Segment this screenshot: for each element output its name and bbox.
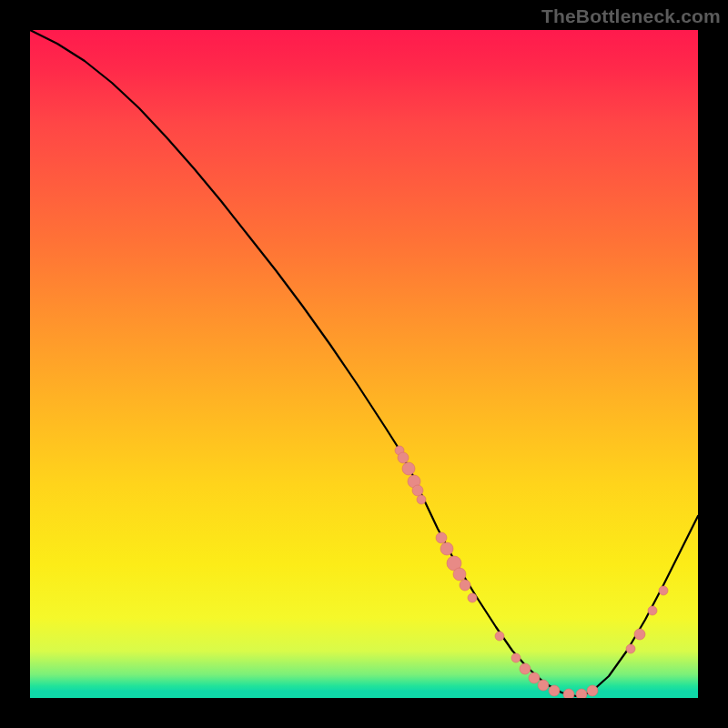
plot-area [30,30,698,698]
data-point [412,485,423,496]
data-point [659,586,668,595]
data-point [529,672,540,683]
chart-stage: TheBottleneck.com [0,0,728,728]
data-point [460,580,470,591]
data-point [520,663,531,674]
data-point [453,568,466,581]
data-point [538,680,549,691]
data-point [648,606,657,615]
data-point [563,689,574,698]
data-point [576,689,587,698]
data-point [417,495,426,504]
data-point [468,593,477,602]
watermark-text: TheBottleneck.com [541,5,721,27]
data-point [587,685,598,696]
data-points-group [395,446,668,698]
bottleneck-curve [30,30,698,696]
data-point [440,542,453,555]
data-point [495,632,504,641]
data-point [511,653,521,662]
data-point [402,462,415,475]
data-point [626,644,635,653]
data-point [634,629,645,640]
data-point [549,685,560,696]
data-point [436,532,447,543]
data-point [398,452,409,463]
chart-svg [30,30,698,698]
